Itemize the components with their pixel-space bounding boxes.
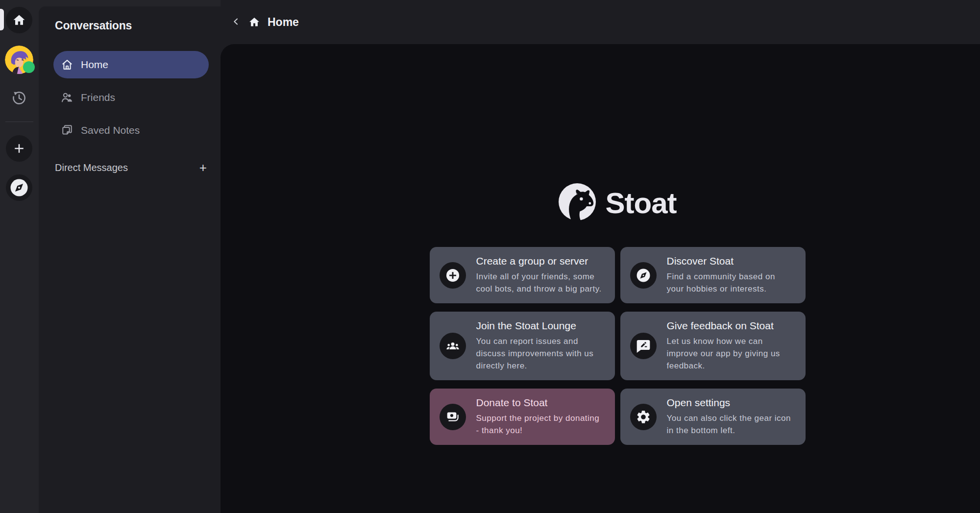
home-content: Stoat Create a group or server Invite al…	[220, 44, 980, 513]
card-join-stoat-lounge[interactable]: Join the Stoat Lounge You can report iss…	[430, 312, 615, 380]
sidebar-item-saved-notes[interactable]: Saved Notes	[53, 117, 209, 144]
server-rail	[0, 0, 39, 513]
compass-icon	[630, 262, 657, 289]
main-area: Home Stoat	[220, 0, 980, 513]
feedback-icon	[630, 333, 657, 359]
sidebar-title: Conversations	[55, 19, 220, 32]
discover-icon	[9, 177, 29, 198]
plus-circle-icon	[440, 262, 466, 289]
gear-icon	[630, 404, 657, 430]
card-title: Donate to Stoat	[476, 397, 604, 409]
history-icon	[11, 90, 27, 108]
home-cards-grid: Create a group or server Invite all of y…	[430, 247, 806, 445]
card-title: Give feedback on Stoat	[667, 320, 795, 332]
topbar: Home	[220, 0, 980, 44]
chevron-left-icon	[231, 17, 241, 28]
card-open-settings[interactable]: Open settings You can also click the gea…	[620, 389, 806, 445]
card-text: Create a group or server Invite all of y…	[476, 255, 604, 295]
stoat-logo-icon	[559, 183, 596, 222]
sidebar-item-label: Saved Notes	[81, 124, 140, 136]
add-server-icon	[12, 141, 26, 156]
home-server-button[interactable]	[6, 7, 32, 33]
card-text: Give feedback on Stoat Let us know how w…	[667, 320, 795, 372]
friends-icon	[60, 90, 74, 105]
card-body: Support the project by donating - thank …	[476, 412, 604, 437]
back-button[interactable]	[231, 17, 241, 28]
direct-messages-header: Direct Messages +	[55, 161, 208, 174]
card-text: Join the Stoat Lounge You can report iss…	[476, 320, 604, 372]
stoat-logo: Stoat	[559, 183, 677, 222]
card-title: Create a group or server	[476, 255, 604, 267]
discover-button[interactable]	[6, 174, 32, 201]
sidebar-item-label: Friends	[81, 92, 115, 103]
page-title: Home	[268, 16, 299, 29]
active-server-indicator	[0, 9, 4, 30]
card-text: Donate to Stoat Support the project by d…	[476, 397, 604, 437]
dm-header-label: Direct Messages	[55, 162, 128, 173]
card-title: Open settings	[667, 397, 795, 409]
home-icon	[248, 16, 261, 28]
card-give-feedback[interactable]: Give feedback on Stoat Let us know how w…	[620, 312, 806, 380]
conversations-sidebar: Conversations Home	[39, 6, 220, 513]
saved-notes-icon	[60, 123, 74, 138]
history-button[interactable]	[10, 90, 28, 107]
create-dm-button[interactable]: +	[198, 161, 208, 174]
sidebar-nav: Home Friends	[39, 51, 220, 144]
donate-icon	[440, 404, 466, 430]
create-server-button[interactable]	[6, 135, 32, 162]
sidebar-item-friends[interactable]: Friends	[53, 84, 209, 111]
stoat-wordmark: Stoat	[606, 186, 677, 220]
card-body: Invite all of your friends, some cool bo…	[476, 270, 604, 295]
online-status-badge	[23, 61, 35, 73]
card-text: Open settings You can also click the gea…	[667, 397, 795, 437]
card-create-group-or-server[interactable]: Create a group or server Invite all of y…	[430, 247, 615, 303]
group-icon	[440, 333, 466, 359]
sidebar-item-home[interactable]: Home	[53, 51, 209, 78]
sidebar-item-label: Home	[81, 59, 108, 71]
card-title: Join the Stoat Lounge	[476, 320, 604, 332]
card-discover-stoat[interactable]: Discover Stoat Find a community based on…	[620, 247, 806, 303]
rail-divider	[5, 122, 33, 122]
card-body: Find a community based on your hobbies o…	[667, 270, 795, 295]
app-root: Conversations Home	[0, 0, 980, 513]
card-body: You can report issues and discuss improv…	[476, 335, 604, 372]
card-donate-to-stoat[interactable]: Donate to Stoat Support the project by d…	[430, 389, 615, 445]
card-title: Discover Stoat	[667, 255, 795, 267]
card-body: You can also click the gear icon in the …	[667, 412, 795, 437]
card-text: Discover Stoat Find a community based on…	[667, 255, 795, 295]
card-body: Let us know how we can improve our app b…	[667, 335, 795, 372]
home-icon	[12, 13, 26, 27]
user-avatar[interactable]	[5, 46, 33, 74]
home-outline-icon	[60, 57, 74, 72]
